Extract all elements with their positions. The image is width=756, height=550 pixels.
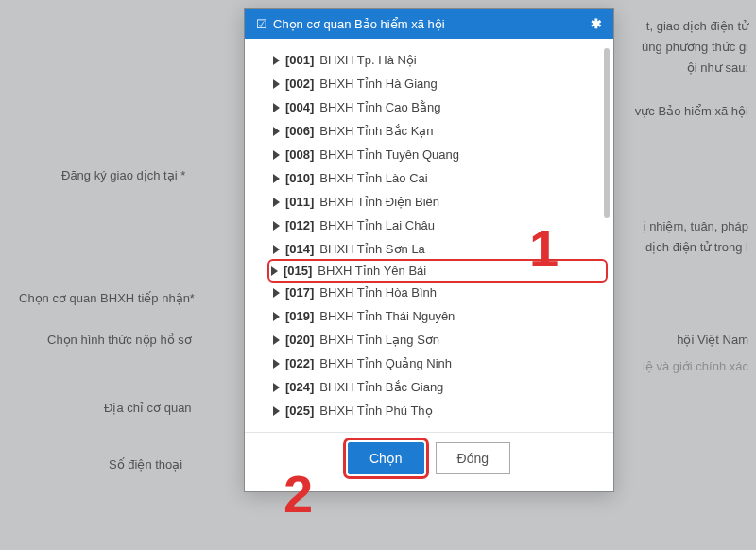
- chevron-right-icon: [273, 56, 280, 65]
- chevron-right-icon: [273, 174, 280, 183]
- item-code: [004]: [285, 100, 314, 114]
- tree-item[interactable]: [019]BHXH Tỉnh Thái Nguyên: [269, 304, 606, 328]
- item-label: BHXH Tp. Hà Nội: [319, 53, 416, 67]
- tree-item[interactable]: [020]BHXH Tỉnh Lạng Sơn: [269, 328, 606, 352]
- item-code: [019]: [285, 309, 314, 323]
- item-label: BHXH Tỉnh Lào Cai: [319, 171, 427, 185]
- chevron-right-icon: [273, 335, 280, 345]
- chevron-right-icon: [273, 245, 280, 254]
- item-code: [022]: [285, 356, 314, 370]
- chevron-right-icon: [273, 359, 280, 369]
- item-code: [010]: [285, 171, 314, 185]
- tree-item[interactable]: [008]BHXH Tỉnh Tuyên Quang: [269, 143, 606, 166]
- item-code: [011]: [285, 195, 314, 209]
- tree-item-selected[interactable]: [015]BHXH Tỉnh Yên Bái: [267, 259, 608, 283]
- tree-item[interactable]: [002]BHXH Tỉnh Hà Giang: [269, 72, 606, 95]
- item-label: BHXH Tỉnh Điện Biên: [319, 195, 439, 209]
- item-code: [001]: [285, 53, 314, 67]
- item-code: [015]: [284, 264, 312, 278]
- chevron-right-icon: [273, 79, 280, 89]
- item-label: BHXH Tỉnh Tuyên Quang: [319, 147, 459, 162]
- chevron-right-icon: [273, 288, 280, 298]
- chevron-right-icon: [273, 406, 280, 416]
- scrollbar[interactable]: [604, 48, 610, 256]
- tree-item[interactable]: [017]BHXH Tỉnh Hòa Bình: [269, 281, 606, 304]
- item-label: BHXH Tỉnh Bắc Kạn: [319, 124, 433, 138]
- item-label: BHXH Tỉnh Hà Giang: [319, 77, 437, 91]
- chevron-right-icon: [273, 383, 280, 392]
- item-code: [025]: [285, 404, 314, 418]
- item-label: BHXH Tỉnh Phú Thọ: [319, 404, 432, 418]
- item-label: BHXH Tỉnh Lạng Sơn: [319, 333, 439, 347]
- agency-tree: [001]BHXH Tp. Hà Nội [002]BHXH Tỉnh Hà G…: [269, 48, 606, 422]
- select-button[interactable]: Chọn: [348, 442, 424, 474]
- tree-item[interactable]: [012]BHXH Tỉnh Lai Châu: [269, 214, 606, 237]
- tree-item[interactable]: [011]BHXH Tỉnh Điện Biên: [269, 190, 606, 214]
- chevron-right-icon: [273, 150, 280, 160]
- item-label: BHXH Tỉnh Thái Nguyên: [319, 309, 455, 323]
- tree-item[interactable]: [022]BHXH Tỉnh Quảng Ninh: [269, 352, 606, 375]
- item-code: [014]: [285, 242, 314, 256]
- tree-item[interactable]: [024]BHXH Tỉnh Bắc Giang: [269, 375, 606, 399]
- modal-header: ☑ Chọn cơ quan Bảo hiểm xã hội ✱: [245, 9, 613, 39]
- tree-item[interactable]: [006]BHXH Tỉnh Bắc Kạn: [269, 119, 606, 143]
- agency-selection-modal: ☑ Chọn cơ quan Bảo hiểm xã hội ✱ [001]BH…: [244, 8, 614, 492]
- item-code: [012]: [285, 218, 314, 232]
- tree-item[interactable]: [014]BHXH Tỉnh Sơn La: [269, 237, 606, 261]
- item-label: BHXH Tỉnh Quảng Ninh: [319, 356, 452, 370]
- tree-item[interactable]: [001]BHXH Tp. Hà Nội: [269, 48, 606, 72]
- item-label: BHXH Tỉnh Bắc Giang: [319, 380, 443, 394]
- form-icon: ☑: [256, 17, 267, 31]
- tree-item[interactable]: [025]BHXH Tỉnh Phú Thọ: [269, 399, 606, 422]
- scrollbar-thumb[interactable]: [604, 48, 610, 218]
- item-label: BHXH Tỉnh Cao Bằng: [319, 100, 440, 114]
- chevron-right-icon: [273, 103, 280, 112]
- item-label: BHXH Tỉnh Yên Bái: [318, 264, 426, 278]
- item-code: [006]: [285, 124, 314, 138]
- chevron-right-icon: [273, 312, 280, 321]
- tree-item[interactable]: [004]BHXH Tỉnh Cao Bằng: [269, 95, 606, 119]
- item-code: [024]: [285, 380, 314, 394]
- tree-item[interactable]: [010]BHXH Tỉnh Lào Cai: [269, 166, 606, 190]
- close-icon[interactable]: ✱: [591, 16, 602, 31]
- item-code: [008]: [285, 147, 314, 162]
- item-label: BHXH Tỉnh Sơn La: [319, 242, 424, 256]
- modal-body: [001]BHXH Tp. Hà Nội [002]BHXH Tỉnh Hà G…: [245, 39, 613, 432]
- item-label: BHXH Tỉnh Hòa Bình: [319, 285, 437, 300]
- chevron-right-icon: [273, 127, 280, 136]
- chevron-right-icon: [273, 198, 280, 207]
- item-code: [020]: [285, 333, 314, 347]
- item-code: [017]: [285, 285, 314, 300]
- close-button[interactable]: Đóng: [436, 442, 510, 474]
- modal-title: Chọn cơ quan Bảo hiểm xã hội: [273, 17, 445, 31]
- chevron-right-icon: [271, 266, 278, 276]
- item-code: [002]: [285, 77, 314, 91]
- chevron-right-icon: [273, 221, 280, 231]
- modal-footer: Chọn Đóng: [245, 432, 613, 491]
- item-label: BHXH Tỉnh Lai Châu: [319, 218, 435, 232]
